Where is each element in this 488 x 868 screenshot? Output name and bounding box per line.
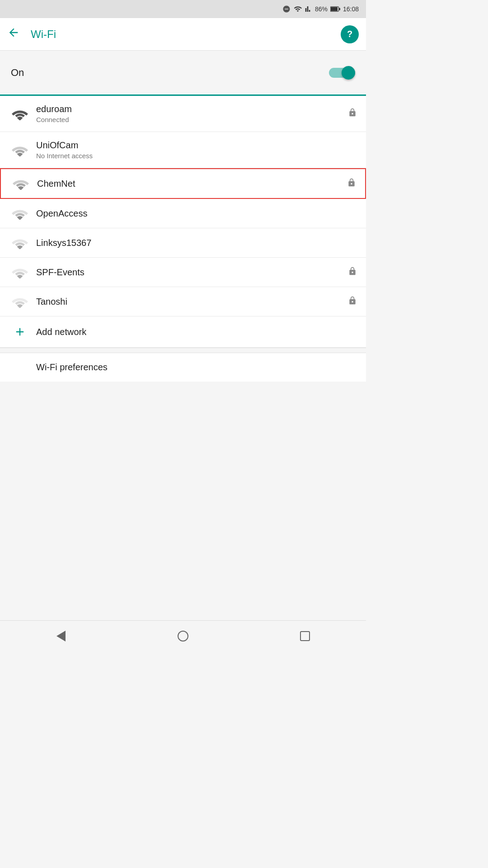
bottom-navigation — [0, 620, 366, 651]
add-network-item[interactable]: Add network — [0, 316, 366, 348]
network-info-linksys: Linksys15367 — [31, 238, 357, 248]
network-item-chemnet[interactable]: ChemNet — [0, 168, 366, 199]
network-info-eduroam: eduroam Connected — [31, 104, 348, 123]
wifi-toggle-section: On — [0, 51, 366, 96]
signal-icon — [305, 5, 312, 13]
network-info-tanoshi: Tanoshi — [31, 297, 348, 307]
status-icons: 86% 16:08 — [282, 5, 359, 13]
network-item-eduroam[interactable]: eduroam Connected — [0, 96, 366, 132]
wifi-signal-spf — [9, 266, 31, 278]
lock-icon-chemnet — [347, 178, 356, 190]
network-item-tanoshi[interactable]: Tanoshi — [0, 287, 366, 316]
network-list: eduroam Connected UniOfCam No Internet a… — [0, 96, 366, 316]
toggle-label: On — [11, 67, 24, 79]
svg-rect-1 — [331, 7, 338, 11]
nav-back-button[interactable] — [47, 623, 75, 650]
wifi-preferences-item[interactable]: Wi-Fi preferences — [0, 353, 366, 382]
time-text: 16:08 — [343, 5, 359, 13]
wifi-toggle[interactable] — [329, 66, 355, 80]
network-name-uniofcam: UniOfCam — [36, 140, 357, 151]
home-circle-icon — [178, 631, 188, 642]
battery-text: 86% — [315, 5, 328, 13]
lock-icon-eduroam — [348, 108, 357, 120]
lock-icon-spf — [348, 266, 357, 278]
wifi-signal-linksys — [9, 236, 31, 249]
network-status-eduroam: Connected — [36, 116, 348, 123]
add-icon — [9, 326, 31, 338]
network-info-openaccess: OpenAccess — [31, 208, 357, 219]
section-divider — [0, 348, 366, 353]
network-status-uniofcam: No Internet access — [36, 152, 357, 160]
lock-icon-tanoshi — [348, 296, 357, 308]
back-button[interactable] — [7, 26, 20, 42]
dnd-icon — [282, 5, 291, 13]
wifi-signal-openaccess — [9, 207, 31, 220]
network-item-linksys[interactable]: Linksys15367 — [0, 228, 366, 258]
network-name-linksys: Linksys15367 — [36, 238, 357, 248]
nav-recents-button[interactable] — [291, 623, 319, 650]
page-title: Wi-Fi — [31, 28, 330, 41]
status-bar: 86% 16:08 — [0, 0, 366, 18]
network-name-spf: SPF-Events — [36, 267, 348, 278]
add-network-label: Add network — [31, 327, 86, 337]
wifi-signal-uniofcam — [9, 144, 31, 156]
network-name-openaccess: OpenAccess — [36, 208, 357, 219]
nav-home-button[interactable] — [169, 623, 197, 650]
wifi-status-icon — [293, 5, 302, 13]
wifi-signal-chemnet — [10, 177, 32, 190]
network-item-openaccess[interactable]: OpenAccess — [0, 199, 366, 228]
wifi-signal-tanoshi — [9, 295, 31, 308]
network-item-spf[interactable]: SPF-Events — [0, 258, 366, 287]
toggle-thumb — [342, 66, 355, 80]
back-triangle-icon — [56, 631, 66, 642]
network-name-eduroam: eduroam — [36, 104, 348, 114]
battery-icon — [330, 6, 340, 12]
network-info-chemnet: ChemNet — [32, 179, 347, 189]
network-name-chemnet: ChemNet — [37, 179, 347, 189]
network-item-uniofcam[interactable]: UniOfCam No Internet access — [0, 132, 366, 168]
recents-square-icon — [300, 631, 310, 641]
wifi-signal-eduroam — [9, 108, 31, 120]
app-header: Wi-Fi ? — [0, 18, 366, 51]
network-info-spf: SPF-Events — [31, 267, 348, 278]
help-button[interactable]: ? — [341, 25, 359, 43]
network-name-tanoshi: Tanoshi — [36, 297, 348, 307]
svg-rect-2 — [339, 8, 340, 10]
preferences-label: Wi-Fi preferences — [31, 362, 108, 373]
network-info-uniofcam: UniOfCam No Internet access — [31, 140, 357, 160]
